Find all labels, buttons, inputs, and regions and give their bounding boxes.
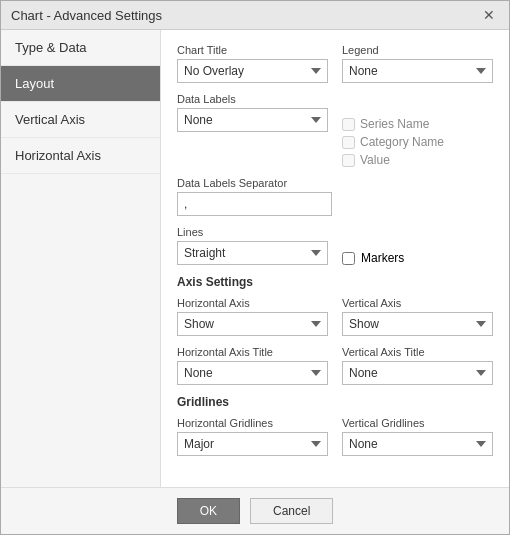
- dialog-title: Chart - Advanced Settings: [11, 8, 162, 23]
- horizontal-axis-title-select[interactable]: None Show: [177, 361, 328, 385]
- vertical-axis-title-label: Vertical Axis Title: [342, 346, 493, 358]
- lines-select[interactable]: Straight Curved Step: [177, 241, 328, 265]
- series-name-checkbox-item: Series Name: [342, 117, 493, 131]
- markers-row: Markers: [342, 251, 493, 265]
- value-checkbox-item: Value: [342, 153, 493, 167]
- vertical-axis-select[interactable]: Show Hide: [342, 312, 493, 336]
- horizontal-gridlines-select[interactable]: None Major Minor Major & Minor: [177, 432, 328, 456]
- lines-markers-row: Lines Straight Curved Step Markers: [177, 226, 493, 265]
- dialog: Chart - Advanced Settings ✕ Type & Data …: [0, 0, 510, 535]
- axis-row: Horizontal Axis Show Hide Vertical Axis …: [177, 297, 493, 336]
- horizontal-axis-group: Horizontal Axis Show Hide: [177, 297, 328, 336]
- legend-group: Legend None Right Left Top Bottom: [342, 44, 493, 83]
- category-name-checkbox-item: Category Name: [342, 135, 493, 149]
- sidebar-item-layout[interactable]: Layout: [1, 66, 160, 102]
- gridlines-row: Horizontal Gridlines None Major Minor Ma…: [177, 417, 493, 456]
- markers-checkbox[interactable]: [342, 252, 355, 265]
- chart-title-legend-row: Chart Title No Overlay Above Chart Below…: [177, 44, 493, 83]
- value-label: Value: [360, 153, 390, 167]
- horizontal-axis-title-group: Horizontal Axis Title None Show: [177, 346, 328, 385]
- vertical-axis-title-select[interactable]: None Show: [342, 361, 493, 385]
- data-labels-checkboxes: Series Name Category Name Value: [342, 93, 493, 167]
- series-name-label: Series Name: [360, 117, 429, 131]
- data-labels-select[interactable]: None Show: [177, 108, 328, 132]
- data-labels-group: Data Labels None Show: [177, 93, 328, 167]
- axis-settings-heading: Axis Settings: [177, 275, 493, 289]
- vertical-axis-label: Vertical Axis: [342, 297, 493, 309]
- series-name-checkbox[interactable]: [342, 118, 355, 131]
- legend-select[interactable]: None Right Left Top Bottom: [342, 59, 493, 83]
- vertical-gridlines-select[interactable]: None Major Minor Major & Minor: [342, 432, 493, 456]
- lines-group: Lines Straight Curved Step: [177, 226, 328, 265]
- gridlines-heading: Gridlines: [177, 395, 493, 409]
- markers-label: Markers: [361, 251, 404, 265]
- horizontal-gridlines-group: Horizontal Gridlines None Major Minor Ma…: [177, 417, 328, 456]
- horizontal-axis-select[interactable]: Show Hide: [177, 312, 328, 336]
- data-labels-label: Data Labels: [177, 93, 328, 105]
- lines-label: Lines: [177, 226, 328, 238]
- content-panel: Chart Title No Overlay Above Chart Below…: [161, 30, 509, 487]
- ok-button[interactable]: OK: [177, 498, 240, 524]
- chart-title-select[interactable]: No Overlay Above Chart Below Chart: [177, 59, 328, 83]
- separator-input[interactable]: [177, 192, 332, 216]
- horizontal-axis-label: Horizontal Axis: [177, 297, 328, 309]
- horizontal-gridlines-label: Horizontal Gridlines: [177, 417, 328, 429]
- sidebar-item-vertical-axis[interactable]: Vertical Axis: [1, 102, 160, 138]
- dialog-body: Type & Data Layout Vertical Axis Horizon…: [1, 30, 509, 487]
- category-name-checkbox[interactable]: [342, 136, 355, 149]
- value-checkbox[interactable]: [342, 154, 355, 167]
- dialog-footer: OK Cancel: [1, 487, 509, 534]
- close-button[interactable]: ✕: [479, 7, 499, 23]
- vertical-axis-group: Vertical Axis Show Hide: [342, 297, 493, 336]
- data-labels-row: Data Labels None Show Series Name: [177, 93, 493, 167]
- separator-row: Data Labels Separator: [177, 177, 493, 216]
- legend-label: Legend: [342, 44, 493, 56]
- checkbox-group: Series Name Category Name Value: [342, 115, 493, 167]
- cancel-button[interactable]: Cancel: [250, 498, 333, 524]
- vertical-gridlines-label: Vertical Gridlines: [342, 417, 493, 429]
- titlebar: Chart - Advanced Settings ✕: [1, 1, 509, 30]
- vertical-gridlines-group: Vertical Gridlines None Major Minor Majo…: [342, 417, 493, 456]
- category-name-label: Category Name: [360, 135, 444, 149]
- axis-title-row: Horizontal Axis Title None Show Vertical…: [177, 346, 493, 385]
- sidebar: Type & Data Layout Vertical Axis Horizon…: [1, 30, 161, 487]
- separator-group: Data Labels Separator: [177, 177, 332, 216]
- vertical-axis-title-group: Vertical Axis Title None Show: [342, 346, 493, 385]
- horizontal-axis-title-label: Horizontal Axis Title: [177, 346, 328, 358]
- markers-group: Markers: [342, 245, 493, 265]
- separator-label: Data Labels Separator: [177, 177, 332, 189]
- sidebar-item-type-data[interactable]: Type & Data: [1, 30, 160, 66]
- chart-title-group: Chart Title No Overlay Above Chart Below…: [177, 44, 328, 83]
- sidebar-item-horizontal-axis[interactable]: Horizontal Axis: [1, 138, 160, 174]
- chart-title-label: Chart Title: [177, 44, 328, 56]
